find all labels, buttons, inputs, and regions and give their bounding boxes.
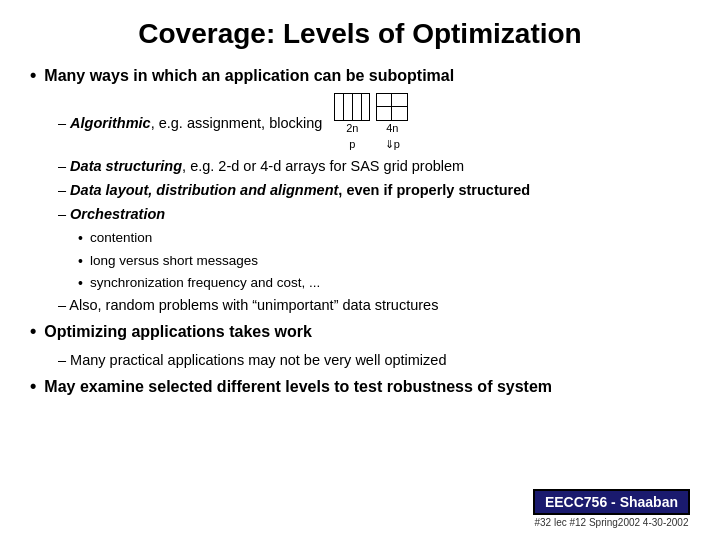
bars-label: 2n p <box>346 121 358 153</box>
bullet-1-text: Many ways in which an application can be… <box>44 64 454 87</box>
bullet-2-text: Optimizing applications takes work <box>44 320 312 343</box>
bullet-3: • May examine selected different levels … <box>30 375 690 398</box>
bars-diagram <box>334 93 370 121</box>
sub-orchestration: – Orchestration <box>30 204 690 225</box>
algo-text: Algorithmic <box>70 115 151 131</box>
block-cell-4 <box>392 107 407 120</box>
block-cell-1 <box>377 94 392 107</box>
sub-bullet-contention: • contention <box>30 228 690 248</box>
blocks-label-top: 4n <box>386 122 398 134</box>
sub-bullet-messages: • long versus short messages <box>30 251 690 271</box>
footer-small: #32 lec #12 Spring2002 4-30-2002 <box>534 517 688 528</box>
sub-also: – Also, random problems with “unimportan… <box>30 295 690 316</box>
bullet-3-text: May examine selected different levels to… <box>44 375 552 398</box>
slide: Coverage: Levels of Optimization • Many … <box>0 0 720 540</box>
algo-prefix: – Algorithmic, e.g. assignment, blocking <box>58 113 322 134</box>
algo-row: – Algorithmic, e.g. assignment, blocking… <box>58 93 690 153</box>
bullet-1-dot: • <box>30 64 36 87</box>
footer-badge: EECC756 - Shaaban <box>533 489 690 515</box>
bullet-3-dot: • <box>30 375 36 398</box>
data-structuring-italic: Data structuring <box>70 158 182 174</box>
bullet-2-dot: • <box>30 320 36 343</box>
blocks-label: 4n ⇓p <box>385 121 400 153</box>
bar-col-3 <box>353 94 362 120</box>
bullet-1: • Many ways in which an application can … <box>30 64 690 87</box>
bar-col-4 <box>362 94 370 120</box>
grid-diagram: 2n p 4n ⇓p <box>334 93 408 153</box>
slide-title: Coverage: Levels of Optimization <box>30 18 690 50</box>
sub-bullet-messages-text: long versus short messages <box>90 251 258 271</box>
bars-label-top: 2n <box>346 122 358 134</box>
bar-col-1 <box>335 94 344 120</box>
sub-data-layout: – Data layout, distribution and alignmen… <box>30 180 690 201</box>
footer: EECC756 - Shaaban #32 lec #12 Spring2002… <box>30 489 690 528</box>
sub-data-structuring: – Data structuring, e.g. 2-d or 4-d arra… <box>30 156 690 177</box>
block-cell-2 <box>392 94 407 107</box>
sub-bullet-dot-2: • <box>78 251 83 271</box>
footer-wrapper: EECC756 - Shaaban #32 lec #12 Spring2002… <box>533 489 690 528</box>
orchestration-text: Orchestration <box>70 206 165 222</box>
bar-col-2 <box>344 94 353 120</box>
data-layout-suffix: , even if properly structured <box>338 182 530 198</box>
sub-bullet-dot-1: • <box>78 228 83 248</box>
sub-bullet-dot-3: • <box>78 273 83 293</box>
bars-label-bottom: p <box>349 138 355 150</box>
block-cell-3 <box>377 107 392 120</box>
data-layout-italic: Data layout, distribution and alignment <box>70 182 338 198</box>
slide-content: • Many ways in which an application can … <box>30 64 690 485</box>
sub-bullet-sync-text: synchronization frequency and cost, ... <box>90 273 320 293</box>
sub-algorithmic: – Algorithmic, e.g. assignment, blocking… <box>30 93 690 153</box>
blocks-label-bottom: ⇓p <box>385 138 400 150</box>
sub-many-practical: – Many practical applications may not be… <box>30 350 690 371</box>
block-diagram <box>376 93 408 121</box>
bullet-2: • Optimizing applications takes work <box>30 320 690 343</box>
sub-bullet-contention-text: contention <box>90 228 152 248</box>
sub-bullet-sync: • synchronization frequency and cost, ..… <box>30 273 690 293</box>
